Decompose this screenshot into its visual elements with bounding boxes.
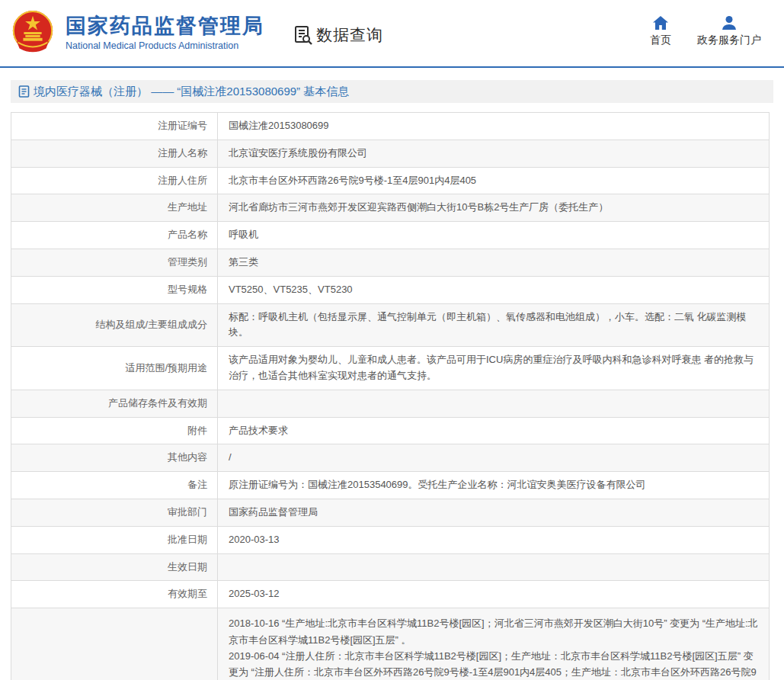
row-value: 河北省廊坊市三河市燕郊开发区迎宾路西侧潮白大街10号B栋2号生产厂房（委托生产） [218,194,770,222]
nav-gov-portal-label: 政务服务门户 [697,34,761,47]
table-row: 备注 原注册证编号为：国械注准20153540699。受托生产企业名称：河北谊安… [11,472,770,499]
table-row: 生效日期 [11,553,770,581]
table-row: 其他内容 / [11,444,770,472]
row-value: 原注册证编号为：国械注准20153540699。受托生产企业名称：河北谊安奥美医… [218,472,770,499]
table-row: 注册人名称 北京谊安医疗系统股份有限公司 [11,140,770,167]
doc-search-icon [293,25,313,45]
nav-home-label: 首页 [650,34,671,47]
row-label: 有效期至 [11,581,218,608]
row-label: 其他内容 [11,444,218,472]
row-label: 变更情况 [11,608,218,680]
row-value: 2018-10-16 “生产地址:北京市丰台区科学城11B2号楼[园区]；河北省… [218,608,770,680]
table-row: 有效期至 2025-03-12 [11,581,770,608]
file-icon [18,85,30,98]
national-emblem-icon [9,8,56,59]
row-label: 注册证编号 [11,113,218,140]
user-icon [721,15,738,30]
row-value: 2020-03-13 [218,526,770,553]
row-label: 管理类别 [11,249,218,276]
row-value [218,390,770,417]
site-header: 国家药品监督管理局 National Medical Products Admi… [0,0,784,68]
nav-home[interactable]: 首页 [650,15,671,47]
home-icon [652,15,669,30]
row-value: 2025-03-12 [218,581,770,608]
row-label: 备注 [11,472,218,499]
table-row: 附件 产品技术要求 [11,417,770,444]
row-label: 注册人名称 [11,140,218,167]
page-title: 境内医疗器械（注册） —— “国械注准20153080699” 基本信息 [34,85,349,99]
row-label: 型号规格 [11,276,218,303]
table-row: 适用范围/预期用途 该产品适用对象为婴幼儿、儿童和成人患者。该产品可用于ICU病… [11,347,770,390]
table-row: 批准日期 2020-03-13 [11,526,770,553]
table-row: 注册人住所 北京市丰台区外环西路26号院9号楼-1至4层901内4层405 [11,167,770,194]
header-nav: 首页 政务服务门户 [650,15,761,47]
row-value: 呼吸机 [218,222,770,249]
row-value: 国家药品监督管理局 [218,499,770,526]
table-row: 结构及组成/主要组成成分 标配：呼吸机主机（包括显示屏、通气控制单元（即主机箱）… [11,303,770,347]
row-label: 产品名称 [11,222,218,249]
row-value: 第三类 [218,249,770,276]
row-value: 国械注准20153080699 [218,113,770,140]
data-query-label: 数据查询 [316,24,383,46]
table-row: 生产地址 河北省廊坊市三河市燕郊开发区迎宾路西侧潮白大街10号B栋2号生产厂房（… [11,194,770,222]
org-name-en: National Medical Products Administration [66,40,264,51]
table-row: 管理类别 第三类 [11,249,770,276]
row-value: 北京谊安医疗系统股份有限公司 [218,140,770,167]
row-label: 生产地址 [11,194,218,222]
row-value: 产品技术要求 [218,417,770,444]
row-label: 结构及组成/主要组成成分 [11,303,218,347]
row-label: 注册人住所 [11,167,218,194]
table-row: 产品储存条件及有效期 [11,390,770,417]
row-label: 生效日期 [11,553,218,581]
info-table-body: 注册证编号 国械注准20153080699 注册人名称 北京谊安医疗系统股份有限… [11,113,770,680]
data-query-tab[interactable]: 数据查询 [293,24,383,46]
row-label: 审批部门 [11,499,218,526]
nav-gov-portal[interactable]: 政务服务门户 [697,15,761,47]
site-logo[interactable]: 国家药品监督管理局 National Medical Products Admi… [9,8,264,59]
row-value: / [218,444,770,472]
row-label: 产品储存条件及有效期 [11,390,218,417]
row-label: 批准日期 [11,526,218,553]
org-name-cn: 国家药品监督管理局 [66,15,264,38]
row-value: VT5250、VT5235、VT5230 [218,276,770,303]
row-value: 北京市丰台区外环西路26号院9号楼-1至4层901内4层405 [218,167,770,194]
row-value: 标配：呼吸机主机（包括显示屏、通气控制单元（即主机箱）、氧传感器和电池组成），小… [218,303,770,347]
registration-info-table: 注册证编号 国械注准20153080699 注册人名称 北京谊安医疗系统股份有限… [11,112,770,680]
row-value [218,553,770,581]
row-label: 附件 [11,417,218,444]
breadcrumb: 境内医疗器械（注册） —— “国械注准20153080699” 基本信息 [11,80,773,103]
main-content: 境内医疗器械（注册） —— “国械注准20153080699” 基本信息 注册证… [0,68,784,680]
table-row: 注册证编号 国械注准20153080699 [11,113,770,140]
row-label: 适用范围/预期用途 [11,347,218,390]
table-row: 产品名称 呼吸机 [11,222,770,249]
row-value: 该产品适用对象为婴幼儿、儿童和成人患者。该产品可用于ICU病房的重症治疗及呼吸内… [218,347,770,390]
table-row: 审批部门 国家药品监督管理局 [11,499,770,526]
table-row: 型号规格 VT5250、VT5235、VT5230 [11,276,770,303]
table-row: 变更情况 2018-10-16 “生产地址:北京市丰台区科学城11B2号楼[园区… [11,608,770,680]
